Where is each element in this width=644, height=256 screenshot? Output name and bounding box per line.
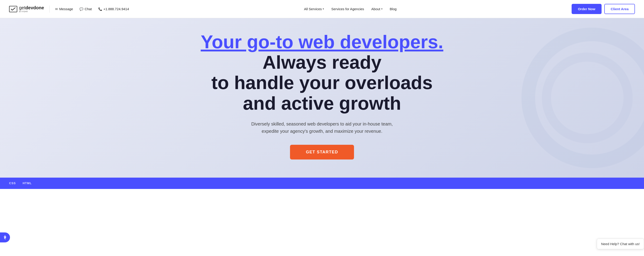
hero-title-line2: to handle your overloads and active grow… <box>197 73 447 113</box>
chevron-down-icon: ▾ <box>323 7 324 10</box>
bottom-bar-item-html: HTML <box>23 181 32 185</box>
nav-about[interactable]: About ▾ <box>371 7 382 11</box>
chat-label: Chat <box>85 7 92 11</box>
header-actions: Order Now Client Area <box>572 4 635 14</box>
hero-title-dark-1: Always ready <box>262 52 382 73</box>
nav-services-agencies[interactable]: Services for Agencies <box>331 7 364 11</box>
nav-blog[interactable]: Blog <box>390 7 397 11</box>
order-now-button[interactable]: Order Now <box>572 4 602 14</box>
hero-title: Your go-to web developers. Always ready … <box>197 32 447 114</box>
bottom-bar-item-css: CSS <box>9 181 16 185</box>
message-label: Message <box>59 7 73 11</box>
hero-subtitle: Diversely skilled, seasoned web develope… <box>247 120 397 135</box>
site-header: getdevdoneBY P2H® ✉ Message 💬 Chat 📞 +1.… <box>0 0 644 18</box>
bottom-bar: CSS HTML <box>0 178 644 189</box>
chat-link[interactable]: 💬 Chat <box>80 7 92 11</box>
logo-area[interactable]: getdevdoneBY P2H® <box>9 5 50 13</box>
get-started-button[interactable]: GET STARTED <box>290 145 354 159</box>
logo-icon <box>9 6 17 12</box>
chat-icon: 💬 <box>80 7 83 11</box>
logo-text: getdevdoneBY P2H® <box>19 5 44 13</box>
hero-title-blue: Your go-to web developers. <box>200 31 443 52</box>
header-contact: ✉ Message 💬 Chat 📞 +1.888.724.9414 <box>55 7 129 11</box>
phone-number: +1.888.724.9414 <box>104 7 129 11</box>
chevron-down-icon-about: ▾ <box>381 7 382 10</box>
nav-all-services[interactable]: All Services ▾ <box>304 7 324 11</box>
message-link[interactable]: ✉ Message <box>55 7 73 11</box>
phone-icon: 📞 <box>98 7 102 11</box>
main-nav: All Services ▾ Services for Agencies Abo… <box>304 7 397 11</box>
phone-link[interactable]: 📞 +1.888.724.9414 <box>98 7 129 11</box>
header-left: getdevdoneBY P2H® ✉ Message 💬 Chat 📞 +1.… <box>9 5 129 13</box>
client-area-button[interactable]: Client Area <box>604 4 635 14</box>
message-icon: ✉ <box>55 7 58 11</box>
hero-section: Your go-to web developers. Always ready … <box>0 18 644 178</box>
